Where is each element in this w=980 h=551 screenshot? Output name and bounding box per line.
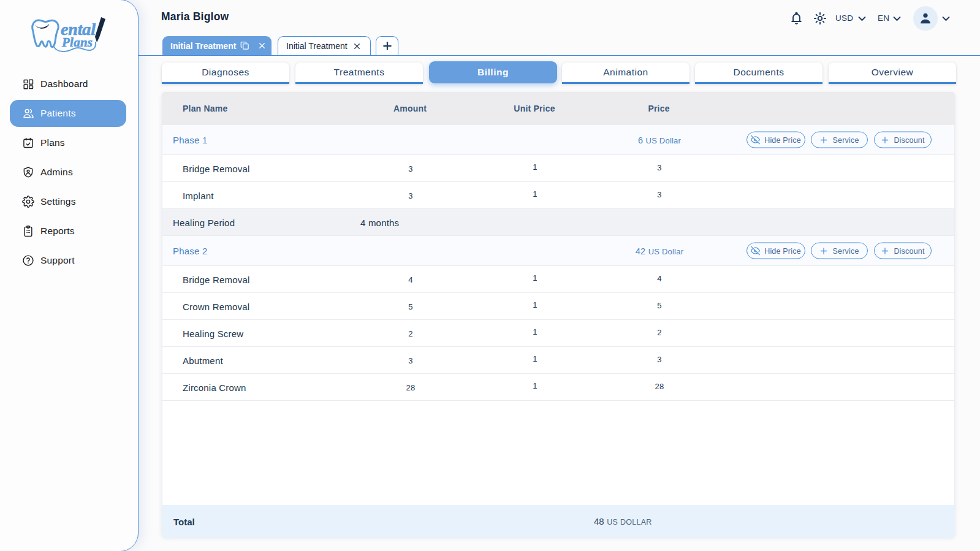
svg-text:Plans: Plans [61, 35, 93, 50]
